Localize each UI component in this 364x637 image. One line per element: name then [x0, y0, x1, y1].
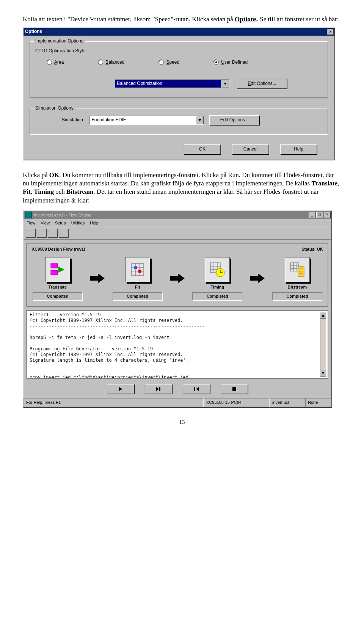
- stage-name: Bitstream: [288, 284, 307, 290]
- radio-speed[interactable]: Speed: [158, 60, 179, 66]
- cpld-style-label: CPLD Optimization Style:: [35, 48, 323, 54]
- stage-status: Completed: [192, 292, 242, 301]
- step-back-button[interactable]: [183, 384, 210, 394]
- svg-marker-33: [322, 372, 325, 374]
- stage-fit: Fit Completed: [111, 257, 164, 300]
- text: och: [54, 188, 66, 195]
- simulation-combo-value: Foundation EDIF: [90, 116, 196, 124]
- cancel-button[interactable]: Cancel: [232, 144, 269, 154]
- scroll-up-icon[interactable]: [320, 312, 326, 319]
- chevron-down-icon[interactable]: [196, 116, 204, 124]
- implementation-options-group: Implementation Options CPLD Optimization…: [30, 41, 328, 98]
- menu-view[interactable]: View: [41, 220, 50, 226]
- svg-marker-5: [90, 273, 105, 283]
- toolbar-button[interactable]: [48, 229, 58, 238]
- body-paragraph: Klicka på OK. Du kommer nu tillbaka till…: [23, 171, 341, 204]
- timing-icon: [205, 257, 230, 282]
- svg-rect-28: [298, 267, 304, 276]
- stage-status: Completed: [33, 292, 83, 301]
- svg-marker-0: [224, 83, 227, 85]
- flow-header-right: Status: OK: [301, 246, 323, 252]
- toolbar-button[interactable]: [26, 229, 36, 238]
- timing-word: Timing: [34, 188, 54, 195]
- flow-engine-window: invert(ver1-rev1) - Flow Engine _ □ × Fl…: [23, 210, 332, 408]
- close-icon[interactable]: ×: [324, 212, 331, 218]
- page-number: 13: [23, 419, 341, 426]
- step-forward-button[interactable]: [145, 384, 172, 394]
- minimize-icon[interactable]: _: [309, 212, 315, 218]
- toolbar-button[interactable]: [59, 229, 69, 238]
- optimization-combo[interactable]: Balanced Optimization: [115, 79, 229, 88]
- scrollbar[interactable]: [320, 312, 326, 377]
- app-icon: [25, 212, 32, 218]
- svg-marker-38: [196, 387, 199, 391]
- intro-pre: Kolla att texten i "Device"-rutan stämme…: [23, 16, 235, 23]
- log-text: Fitter1: version M1.5.19 (c) Copyright 1…: [30, 312, 205, 377]
- simulation-label: Simulation:: [62, 117, 84, 123]
- scroll-track[interactable]: [320, 319, 326, 370]
- menu-setup[interactable]: Setup: [55, 220, 66, 226]
- menu-flow[interactable]: Flow: [27, 220, 35, 226]
- bitstream-word: Bitstream: [66, 188, 93, 195]
- stage-status: Completed: [272, 292, 322, 301]
- svg-marker-22: [250, 273, 265, 283]
- intro-post: . Se till att fönstret ser ut så här:: [257, 16, 339, 23]
- svg-rect-12: [138, 270, 141, 273]
- options-title: Options: [25, 29, 42, 35]
- help-button[interactable]: Help: [280, 144, 317, 154]
- flow-panel: XC9500 Design Flow (rev1) Status: OK Tra…: [27, 243, 328, 307]
- menubar: Flow View Setup Utilities Help: [24, 219, 331, 227]
- fit-word: Fit: [23, 188, 31, 195]
- scroll-down-icon[interactable]: [320, 370, 326, 377]
- toolbar: [24, 227, 331, 240]
- maximize-icon[interactable]: □: [316, 212, 323, 218]
- svg-rect-37: [194, 387, 195, 391]
- impl-group-label: Implementation Options: [34, 38, 85, 44]
- svg-marker-32: [322, 314, 325, 317]
- simulation-combo[interactable]: Foundation EDIF: [89, 116, 204, 125]
- text: ,: [31, 188, 34, 195]
- arrow-icon: [170, 273, 185, 285]
- bitstream-icon: [285, 257, 310, 282]
- status-device: XC95108-15-PC84: [204, 398, 270, 407]
- chevron-down-icon[interactable]: [221, 80, 229, 88]
- radio-user-defined[interactable]: User Defined: [213, 60, 248, 66]
- ok-button[interactable]: OK: [184, 144, 221, 154]
- edit-options-button-sim[interactable]: Edit Options...: [209, 115, 259, 125]
- radio-balanced[interactable]: Balanced: [98, 60, 124, 66]
- translate-word: Translate: [311, 180, 337, 187]
- svg-rect-39: [232, 387, 236, 391]
- intro-paragraph: Kolla att texten i "Device"-rutan stämme…: [23, 15, 341, 24]
- translate-icon: [45, 257, 70, 282]
- edit-options-button-impl[interactable]: Edit Options...: [237, 79, 287, 89]
- status-ucf: invert.ucf: [270, 398, 305, 407]
- stop-button[interactable]: [221, 384, 248, 394]
- svg-rect-36: [159, 387, 160, 391]
- close-icon[interactable]: ×: [327, 29, 334, 35]
- fit-icon: [125, 257, 150, 282]
- svg-marker-1: [198, 119, 201, 121]
- radio-icon: [98, 60, 103, 65]
- svg-rect-23: [290, 263, 299, 271]
- statusbar: For Help, press F1 XC95108-15-PC84 inver…: [24, 398, 331, 407]
- status-guide: None: [305, 398, 331, 407]
- svg-marker-13: [170, 273, 185, 283]
- options-dialog: Options × Implementation Options CPLD Op…: [23, 27, 335, 160]
- options-word: Options: [235, 16, 257, 23]
- play-button[interactable]: [107, 384, 134, 394]
- menu-utilities[interactable]: Utilities: [71, 220, 85, 226]
- stage-translate: Translate Completed: [31, 257, 84, 300]
- text: ,: [337, 180, 339, 187]
- svg-rect-11: [134, 266, 137, 269]
- text: . Du kommer nu tillbaka till Implementer…: [23, 171, 334, 187]
- optimization-combo-value: Balanced Optimization: [115, 80, 221, 88]
- toolbar-button[interactable]: [37, 229, 47, 238]
- svg-marker-34: [119, 387, 122, 391]
- menu-help[interactable]: Help: [90, 220, 99, 226]
- radio-icon: [213, 60, 219, 65]
- arrow-icon: [250, 273, 265, 285]
- svg-marker-35: [156, 387, 159, 391]
- radio-area[interactable]: AArearea: [47, 60, 64, 66]
- flow-titlebar: invert(ver1-rev1) - Flow Engine _ □ ×: [24, 211, 331, 219]
- radio-icon: [47, 60, 52, 65]
